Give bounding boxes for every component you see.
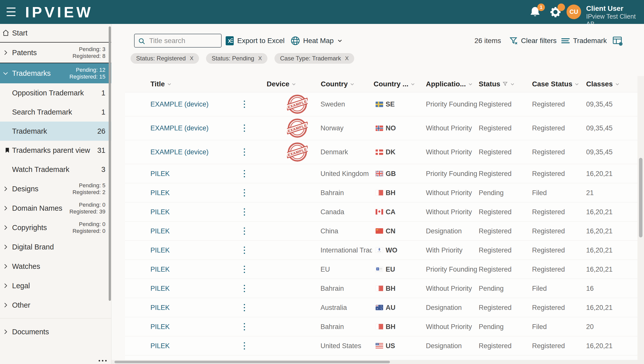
case-title-link[interactable]: PILEK xyxy=(150,304,170,311)
sidebar-item-domain-names[interactable]: Domain NamesPending: 0Registered: 39 xyxy=(0,198,111,218)
settings-gear-icon[interactable] xyxy=(549,6,561,18)
remove-filter-icon[interactable]: X xyxy=(258,55,262,62)
notifications-bell-icon[interactable]: 1 xyxy=(529,6,541,18)
row-menu-icon[interactable] xyxy=(241,285,247,292)
table-row[interactable]: PILEKChinaCNDesignationRegisteredRegiste… xyxy=(125,221,637,240)
case-title-link[interactable]: PILEK xyxy=(150,246,170,254)
case-title-link[interactable]: EXAMPLE (device) xyxy=(150,100,209,108)
remove-filter-icon[interactable]: X xyxy=(190,55,193,62)
sidebar-item-trademarks-parent-view[interactable]: Trademarks parent view31 xyxy=(0,141,111,160)
row-menu-icon[interactable] xyxy=(241,208,247,215)
horizontal-scrollbar-thumb[interactable] xyxy=(114,361,390,363)
sidebar-item-watches[interactable]: Watches xyxy=(0,257,111,276)
sidebar-item-copyrights[interactable]: CopyrightsPending: 0Registered: 0 xyxy=(0,218,111,237)
sidebar-item-trademarks[interactable]: TrademarksPending: 12Registered: 15 xyxy=(0,63,111,83)
table-row[interactable]: PILEKEUEUPriority FoundingRegisteredRegi… xyxy=(125,260,637,279)
column-settings-button[interactable] xyxy=(613,34,623,48)
chevron-down-icon xyxy=(337,38,343,44)
sidebar-item-start[interactable]: Start xyxy=(0,24,111,42)
row-menu-icon[interactable] xyxy=(241,189,247,196)
column-header-app[interactable]: Applicatio... xyxy=(426,80,473,88)
column-header-code[interactable]: Country ... xyxy=(374,80,415,88)
table-row[interactable]: EXAMPLE (device)EXAMPLEDenmarkDKWithout … xyxy=(125,140,637,164)
row-menu-icon[interactable] xyxy=(241,125,247,132)
flag-us-icon xyxy=(376,343,383,349)
table-row[interactable]: PILEKBahrainBHWithout PriorityPendingFil… xyxy=(125,317,637,336)
row-menu-icon[interactable] xyxy=(241,323,247,330)
heat-map-button[interactable]: Heat Map xyxy=(291,34,343,48)
sidebar-more-icon[interactable] xyxy=(99,360,107,361)
export-to-excel-button[interactable]: X Export to Excel xyxy=(225,34,285,48)
column-header-title[interactable]: Title xyxy=(150,80,172,88)
sidebar-item-trademark[interactable]: Trademark26 xyxy=(0,122,111,141)
case-title-link[interactable]: EXAMPLE (device) xyxy=(150,124,209,132)
row-menu-icon[interactable] xyxy=(241,304,247,311)
filter-chip-label: Case Type: Trademark xyxy=(280,55,341,62)
column-header-classes[interactable]: Classes xyxy=(586,80,620,88)
topbar: IPVIEW 1 CU Client User IPview Test Clie… xyxy=(0,0,644,24)
case-title-link[interactable]: PILEK xyxy=(150,323,170,331)
menu-icon[interactable] xyxy=(7,8,17,16)
sidebar-item-legal[interactable]: Legal xyxy=(0,276,111,295)
status-cell: Registered xyxy=(479,304,512,311)
filter-chip[interactable]: Status: RegisteredX xyxy=(131,53,199,64)
case-title-link[interactable]: PILEK xyxy=(150,265,170,273)
table-row[interactable]: PILEKBahrainBHWithout PriorityPendingFil… xyxy=(125,279,637,298)
row-menu-icon[interactable] xyxy=(241,170,247,177)
sidebar-item-count: 31 xyxy=(97,146,105,155)
chevron-down-icon xyxy=(2,70,9,77)
sidebar-item-other[interactable]: Other xyxy=(0,295,111,315)
sidebar-scrollbar[interactable] xyxy=(109,26,111,301)
table-row[interactable]: PILEKInternational TrademarkWOWith Prior… xyxy=(125,240,637,260)
table-row[interactable]: EXAMPLE (device)EXAMPLENorwayNOWithout P… xyxy=(125,116,637,140)
column-header-country[interactable]: Country xyxy=(321,80,355,88)
table-row[interactable]: PILEKCanadaCAWithout PriorityRegisteredR… xyxy=(125,202,637,221)
table-row[interactable]: PILEKBahrainBHWithout PriorityPendingFil… xyxy=(125,183,637,202)
view-selector[interactable]: Trademark xyxy=(561,34,607,48)
case-title-link[interactable]: PILEK xyxy=(150,342,170,350)
sidebar-item-label: Domain Names xyxy=(12,204,62,212)
column-header-label: Classes xyxy=(586,80,613,88)
horizontal-scrollbar-track xyxy=(111,360,644,364)
table-row[interactable]: PILEKUnited KingdomGBPriority FoundingRe… xyxy=(125,164,637,183)
sidebar-item-search-trademark[interactable]: Search Trademark1 xyxy=(0,102,111,122)
country-cell: International Trademark xyxy=(320,246,372,254)
country-code-cell: AU xyxy=(376,304,395,311)
case-title-link[interactable]: PILEK xyxy=(150,189,170,197)
sidebar-item-digital-brand[interactable]: Digital Brand xyxy=(0,237,111,257)
sidebar-item-watch-trademark[interactable]: Watch Trademark3 xyxy=(0,160,111,179)
row-menu-icon[interactable] xyxy=(241,342,247,349)
row-menu-icon[interactable] xyxy=(241,266,247,273)
table-row[interactable]: EXAMPLE (device)EXAMPLESwedenSEPriority … xyxy=(125,92,637,116)
sidebar-item-designs[interactable]: DesignsPending: 5Registered: 2 xyxy=(0,179,111,198)
vertical-scrollbar-thumb[interactable] xyxy=(639,158,642,237)
application-type-cell: Without Priority xyxy=(426,208,472,216)
filter-chip[interactable]: Case Type: TrademarkX xyxy=(274,53,354,64)
remove-filter-icon[interactable]: X xyxy=(345,55,349,62)
user-avatar[interactable]: CU xyxy=(567,5,581,19)
column-header-status[interactable]: Status xyxy=(479,80,515,88)
case-title-link[interactable]: PILEK xyxy=(150,170,170,177)
column-header-label: Device xyxy=(267,80,289,88)
sidebar-item-count: 1 xyxy=(101,108,105,116)
table-row[interactable]: PILEKAustraliaAUDesignationRegisteredReg… xyxy=(125,298,637,317)
case-title-link[interactable]: EXAMPLE (device) xyxy=(150,148,209,156)
sidebar-item-patents[interactable]: PatentsPending: 3Registered: 8 xyxy=(0,43,111,63)
filter-chip[interactable]: Status: PendingX xyxy=(206,53,267,64)
table-row[interactable]: PILEKUnited StatesUSDesignationRegistere… xyxy=(125,336,637,355)
row-menu-icon[interactable] xyxy=(241,227,247,235)
case-title-link[interactable]: PILEK xyxy=(150,227,170,235)
sidebar-item-documents[interactable]: Documents xyxy=(0,322,111,341)
column-header-case[interactable]: Case Status xyxy=(532,80,579,88)
column-header-device[interactable]: Device xyxy=(267,80,296,88)
row-menu-icon[interactable] xyxy=(241,246,247,254)
row-menu-icon[interactable] xyxy=(241,101,247,108)
clear-filters-button[interactable]: Clear filters xyxy=(509,34,557,48)
sidebar-item-opposition-trademark[interactable]: Opposition Trademark1 xyxy=(0,83,111,102)
row-menu-icon[interactable] xyxy=(241,149,247,156)
flag-wo-icon xyxy=(376,247,383,253)
case-title-link[interactable]: PILEK xyxy=(150,284,170,292)
case-title-link[interactable]: PILEK xyxy=(150,208,170,216)
title-search-input[interactable] xyxy=(149,35,220,47)
status-cell: Pending xyxy=(479,284,504,292)
